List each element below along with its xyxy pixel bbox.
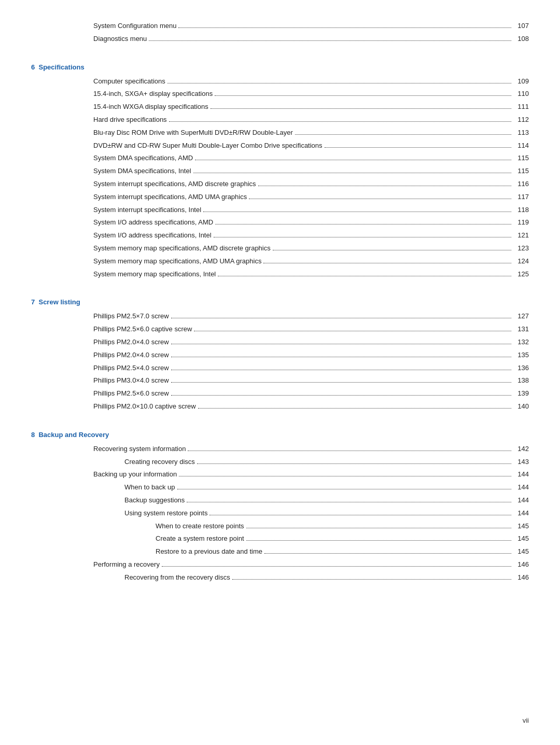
page-num: 117	[513, 192, 529, 203]
page-num: 138	[513, 375, 529, 386]
page-num: 110	[513, 89, 529, 100]
toc-entry: 15.4-inch WXGA display specifications 11…	[31, 102, 529, 113]
toc-entry: Phillips PM2.5×7.0 screw 127	[31, 311, 529, 322]
dots	[249, 199, 511, 199]
dots	[215, 95, 511, 96]
toc-entry: Phillips PM3.0×4.0 screw 138	[31, 375, 529, 386]
toc-entry: When to back up 144	[31, 482, 529, 493]
dots	[188, 451, 511, 451]
dots	[209, 515, 511, 515]
dots	[178, 27, 511, 28]
dots	[169, 121, 511, 122]
page-num: 125	[513, 269, 529, 280]
toc-entry: Creating recovery discs 143	[31, 457, 529, 468]
section-num: 7	[31, 298, 38, 306]
entry-text: 15.4-inch WXGA display specifications	[93, 102, 208, 113]
toc-entry: Blu-ray Disc ROM Drive with SuperMulti D…	[31, 128, 529, 138]
page-num: 139	[513, 388, 529, 399]
page-num: 114	[513, 140, 529, 151]
entry-text: Recovering from the recovery discs	[124, 572, 230, 583]
entry-text: Phillips PM2.5×6.0 screw	[93, 388, 169, 399]
entry-text: System interrupt specifications, AMD dis…	[93, 179, 256, 190]
toc-entry: Recovering from the recovery discs 146	[31, 572, 529, 583]
entry-text: System memory map specifications, AMD di…	[93, 243, 271, 254]
entry-text: 15.4-inch, SXGA+ display specifications	[93, 89, 213, 100]
dots	[171, 370, 511, 370]
page-num: 109	[513, 76, 529, 87]
toc-entry: DVD±RW and CD-RW Super Multi Double-Laye…	[31, 140, 529, 151]
dots	[258, 186, 511, 186]
dots	[215, 224, 511, 224]
toc-entry: System interrupt specifications, AMD UMA…	[31, 192, 529, 203]
toc-entry: Using system restore points 144	[31, 508, 529, 519]
dots	[218, 276, 511, 276]
page-num: 118	[513, 205, 529, 216]
toc-entry: 15.4-inch, SXGA+ display specifications …	[31, 89, 529, 100]
dots	[177, 489, 511, 489]
entry-text: System DMA specifications, AMD	[93, 153, 193, 164]
section-num: 8	[31, 431, 38, 439]
dots	[171, 395, 511, 396]
toc-entry: System I/O address specifications, AMD 1…	[31, 217, 529, 228]
entry-text: Phillips PM2.5×6.0 captive screw	[93, 324, 192, 335]
page-num: 115	[513, 166, 529, 177]
toc-entry: Phillips PM2.5×6.0 screw 139	[31, 388, 529, 399]
dots	[263, 263, 511, 263]
section-header-8: 8 Backup and Recovery	[31, 431, 529, 439]
page-num: 144	[513, 482, 529, 493]
entry-text: Computer specifications	[93, 76, 165, 87]
page-num: 108	[513, 34, 529, 45]
entry-text: System interrupt specifications, AMD UMA…	[93, 192, 247, 203]
page-num: 127	[513, 311, 529, 322]
dots	[246, 528, 511, 528]
dots	[295, 134, 511, 135]
dots	[325, 147, 511, 148]
page-content: System Configuration menu 107 Diagnostic…	[31, 21, 529, 583]
toc-entry: Diagnostics menu 108	[31, 34, 529, 45]
dots	[171, 318, 511, 318]
dots	[149, 40, 511, 41]
toc-entry: Restore to a previous date and time 145	[31, 546, 529, 557]
entry-text: Create a system restore point	[156, 533, 244, 544]
dots	[171, 382, 511, 383]
dots	[171, 344, 511, 344]
entry-text: Phillips PM2.0×10.0 captive screw	[93, 401, 196, 412]
page-num: 123	[513, 243, 529, 254]
page-num: 145	[513, 521, 529, 532]
section-title: Backup and Recovery	[38, 431, 109, 439]
sections-container: 6 Specifications Computer specifications…	[31, 63, 529, 583]
page-num: 107	[513, 21, 529, 32]
dots	[193, 173, 511, 173]
page-num: 119	[513, 217, 529, 228]
toc-entry: Backup suggestions 144	[31, 495, 529, 506]
entry-text: Phillips PM2.0×4.0 screw	[93, 337, 169, 348]
toc-entry: Computer specifications 109	[31, 76, 529, 87]
page-num: 124	[513, 256, 529, 267]
page-num: 113	[513, 128, 529, 138]
toc-entry: Backing up your information 144	[31, 469, 529, 480]
entry-text: Restore to a previous date and time	[156, 546, 262, 557]
section-header-7: 7 Screw listing	[31, 298, 529, 306]
page-num: 116	[513, 179, 529, 190]
toc-entry: Phillips PM2.5×6.0 captive screw 131	[31, 324, 529, 335]
toc-entry: System memory map specifications, AMD di…	[31, 243, 529, 254]
toc-entry: Hard drive specifications 112	[31, 115, 529, 125]
entry-text: Using system restore points	[124, 508, 207, 519]
page-num: 131	[513, 324, 529, 335]
page-num: 144	[513, 469, 529, 480]
toc-entry: When to create restore points 145	[31, 521, 529, 532]
page-footer: vii	[523, 716, 529, 724]
entry-text: System I/O address specifications, Intel	[93, 230, 212, 241]
page-num: 136	[513, 363, 529, 374]
dots	[198, 408, 511, 409]
toc-entry: Create a system restore point 145	[31, 533, 529, 544]
page-num: 146	[513, 572, 529, 583]
dots	[211, 108, 511, 109]
entry-text: Phillips PM2.5×4.0 screw	[93, 363, 169, 374]
entry-text: System memory map specifications, AMD UM…	[93, 256, 261, 267]
page-num: 143	[513, 457, 529, 468]
entry-text: Creating recovery discs	[124, 457, 195, 468]
footer-page-label: vii	[523, 716, 529, 724]
entry-text: Phillips PM2.0×4.0 screw	[93, 350, 169, 361]
dots	[167, 83, 511, 83]
